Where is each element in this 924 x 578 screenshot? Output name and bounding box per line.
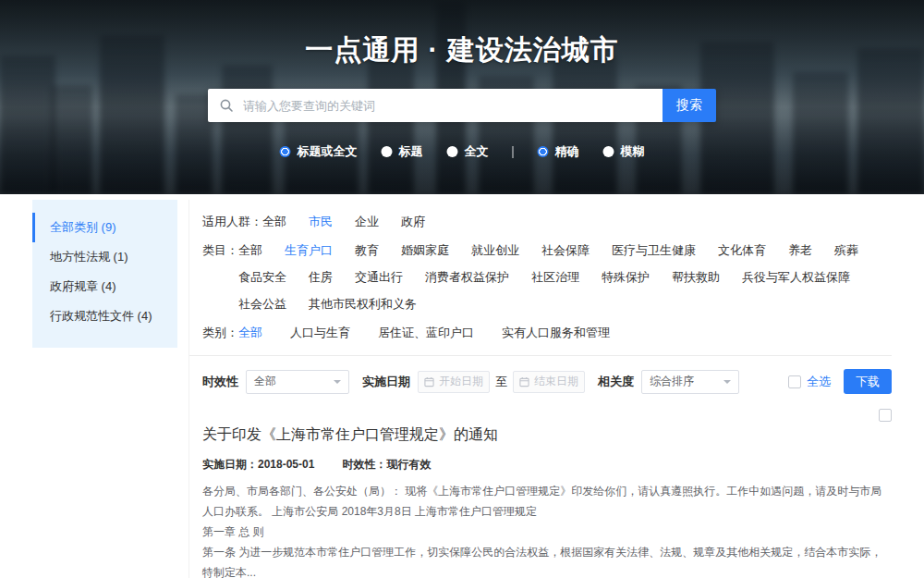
- select-value: 全部: [254, 374, 276, 389]
- sidebar-item-all-categories[interactable]: 全部类别 (9): [32, 213, 177, 242]
- radio-exact-match[interactable]: 精确: [538, 143, 579, 160]
- filter-audience-options: 全部 市民 企业 政府: [262, 213, 425, 231]
- filter-option[interactable]: 其他市民权利和义务: [309, 295, 417, 314]
- radio-label: 模糊: [621, 143, 645, 160]
- date-range-to: 至: [495, 374, 507, 390]
- result-body-line: 各分局、市局各部门、各公安处（局）： 现将《上海市常住户口管理规定》印发给你们，…: [202, 481, 892, 522]
- radio-title[interactable]: 标题: [382, 143, 423, 160]
- select-value: 综合排序: [650, 374, 694, 389]
- download-button[interactable]: 下载: [844, 369, 892, 394]
- select-all-checkbox[interactable]: [788, 375, 801, 388]
- calendar-icon: [424, 376, 434, 387]
- filter-option[interactable]: 兵役与军人权益保障: [742, 268, 850, 287]
- category-sidebar: 全部类别 (9) 地方性法规 (1) 政府规章 (4) 行政规范性文件 (4): [32, 200, 177, 348]
- page: 一点通用 · 建设法治城市 搜索 标题或全文 标题 全文: [0, 0, 924, 578]
- search-box: [208, 89, 663, 122]
- toolbar: 时效性 全部 实施日期 开始日期 至: [202, 369, 892, 394]
- filter-option[interactable]: 企业: [355, 213, 379, 231]
- filter-option[interactable]: 医疗与卫生健康: [612, 241, 696, 260]
- date-placeholder: 开始日期: [439, 374, 483, 389]
- filter-category-label: 类目：: [202, 241, 238, 314]
- result-checkbox[interactable]: [879, 409, 892, 422]
- filter-category: 类目： 全部 生育户口 教育 婚姻家庭 就业创业 社会保障 医疗与卫生健康 文化…: [202, 241, 892, 314]
- banner: 一点通用 · 建设法治城市 搜索 标题或全文 标题 全文: [0, 0, 924, 194]
- calendar-icon: [519, 376, 529, 387]
- filter-option[interactable]: 帮扶救助: [672, 268, 720, 287]
- filter-option[interactable]: 政府: [401, 213, 425, 231]
- filter-option[interactable]: 生育户口: [285, 241, 333, 260]
- filter-option[interactable]: 消费者权益保护: [425, 268, 509, 287]
- filter-option[interactable]: 养老: [788, 241, 812, 260]
- filter-option[interactable]: 交通出行: [355, 268, 403, 287]
- result-meta: 实施日期：2018-05-01 时效性：现行有效: [202, 457, 892, 473]
- result-body: 各分局、市局各部门、各公安处（局）： 现将《上海市常住户口管理规定》印发给你们，…: [202, 481, 892, 578]
- date-label: 实施日期: [362, 374, 410, 390]
- filter-option[interactable]: 社会公益: [238, 295, 286, 314]
- radio-title-or-fulltext[interactable]: 标题或全文: [280, 143, 358, 160]
- content-area: 全部类别 (9) 地方性法规 (1) 政府规章 (4) 行政规范性文件 (4) …: [0, 194, 924, 578]
- radio-unselected-icon: [603, 146, 614, 157]
- sidebar-item-government-rules[interactable]: 政府规章 (4): [32, 272, 177, 301]
- divider: [189, 355, 892, 356]
- filter-option[interactable]: 社区治理: [531, 268, 579, 287]
- filter-type-options: 全部 人口与生育 居住证、蓝印户口 实有人口服务和管理: [238, 324, 610, 342]
- filter-option[interactable]: 殡葬: [834, 241, 858, 260]
- select-all-link[interactable]: 全选: [807, 374, 831, 390]
- radio-selected-icon: [280, 146, 291, 157]
- filter-option[interactable]: 文化体育: [718, 241, 766, 260]
- filter-option[interactable]: 住房: [309, 268, 333, 287]
- sidebar-item-local-regulations[interactable]: 地方性法规 (1): [32, 242, 177, 272]
- filter-audience-label: 适用人群：: [202, 213, 262, 231]
- filter-option[interactable]: 婚姻家庭: [401, 241, 449, 260]
- radio-unselected-icon: [447, 146, 458, 157]
- filter-option[interactable]: 市民: [309, 213, 333, 231]
- validity-label: 时效性: [202, 374, 238, 390]
- filter-option[interactable]: 食品安全: [238, 268, 286, 287]
- chevron-down-icon: [334, 380, 341, 387]
- search-input[interactable]: [241, 98, 653, 114]
- filter-option[interactable]: 人口与生育: [290, 324, 350, 342]
- relevance-label: 相关度: [598, 374, 634, 390]
- search-mode-options: 标题或全文 标题 全文 精确 模糊: [280, 143, 645, 160]
- filter-option[interactable]: 全部: [238, 241, 262, 260]
- start-date-input[interactable]: 开始日期: [418, 371, 490, 393]
- end-date-input[interactable]: 结束日期: [513, 371, 585, 393]
- radio-unselected-icon: [382, 146, 393, 157]
- result-title[interactable]: 关于印发《上海市常住户口管理规定》的通知: [202, 425, 892, 445]
- relevance-select[interactable]: 综合排序: [641, 370, 739, 394]
- result-effective-date: 实施日期：2018-05-01: [202, 457, 314, 473]
- chevron-down-icon: [723, 380, 731, 387]
- filter-audience: 适用人群： 全部 市民 企业 政府: [202, 213, 892, 231]
- radio-fulltext[interactable]: 全文: [447, 143, 489, 160]
- filter-option[interactable]: 教育: [355, 241, 379, 260]
- result-body-line: 第一章 总 则: [202, 522, 892, 542]
- filter-type-label: 类别：: [202, 324, 238, 342]
- filter-option[interactable]: 居住证、蓝印户口: [378, 324, 474, 342]
- result-body-line: 第一条 为进一步规范本市常住户口管理工作，切实保障公民的合法权益，根据国家有关法…: [202, 542, 892, 578]
- page-title: 一点通用 · 建设法治城市: [0, 0, 924, 69]
- radio-selected-icon: [538, 146, 549, 157]
- result-item: 关于印发《上海市常住户口管理规定》的通知 实施日期：2018-05-01 时效性…: [202, 425, 892, 578]
- radio-fuzzy-match[interactable]: 模糊: [603, 143, 645, 160]
- radio-label: 标题或全文: [298, 143, 358, 160]
- sidebar-item-normative-documents[interactable]: 行政规范性文件 (4): [32, 301, 177, 331]
- filter-option[interactable]: 特殊保护: [602, 268, 650, 287]
- filter-type: 类别： 全部 人口与生育 居住证、蓝印户口 实有人口服务和管理: [202, 324, 892, 342]
- radio-label: 精确: [555, 143, 579, 160]
- main-panel: 适用人群： 全部 市民 企业 政府 类目： 全部 生育户口 教育 婚姻家庭 就业…: [188, 200, 924, 578]
- filter-category-options: 全部 生育户口 教育 婚姻家庭 就业创业 社会保障 医疗与卫生健康 文化体育 养…: [238, 241, 892, 314]
- search-button[interactable]: 搜索: [663, 89, 716, 122]
- filter-option[interactable]: 全部: [238, 324, 262, 342]
- search-bar: 搜索: [208, 89, 716, 122]
- radio-label: 全文: [465, 143, 489, 160]
- filter-option[interactable]: 社会保障: [541, 241, 590, 260]
- date-placeholder: 结束日期: [534, 374, 578, 389]
- radio-label: 标题: [399, 143, 423, 160]
- result-validity: 时效性：现行有效: [342, 457, 431, 473]
- search-icon: [219, 98, 234, 113]
- divider: [513, 146, 514, 158]
- filter-option[interactable]: 就业创业: [471, 241, 519, 260]
- filter-option[interactable]: 全部: [262, 213, 286, 231]
- filter-option[interactable]: 实有人口服务和管理: [502, 324, 610, 342]
- validity-select[interactable]: 全部: [246, 370, 349, 394]
